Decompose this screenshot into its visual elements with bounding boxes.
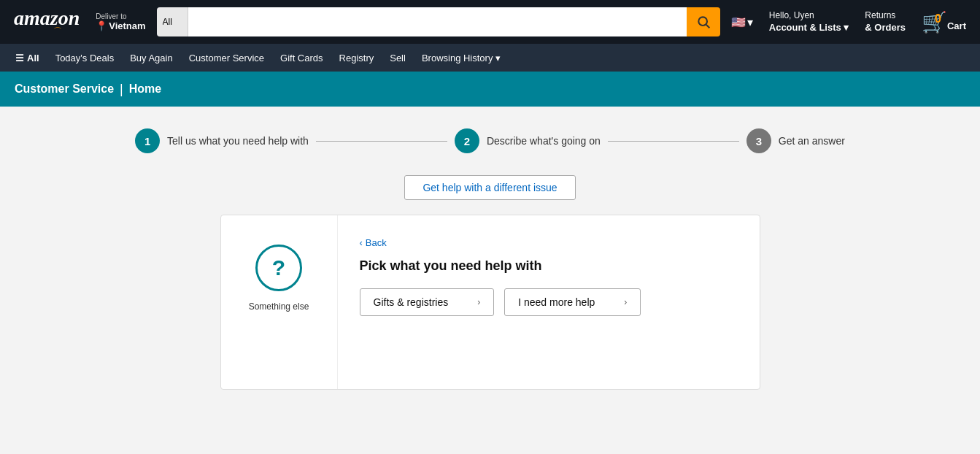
step-3: 3 Get an answer [746,128,845,153]
logo-text: amazon [14,7,80,30]
step-line-2 [608,141,739,142]
second-navigation: ☰ All Today's Deals Buy Again Customer S… [0,44,980,72]
search-bar: All [157,7,720,36]
nav-browsing-history[interactable]: Browsing History [415,49,507,67]
step-line-1 [316,141,447,142]
step-2-circle: 2 [455,128,479,153]
flag-selector[interactable]: 🇺🇸 ▾ [726,12,758,33]
logo-smile-icon: ⌒ [53,26,62,38]
step-2: 2 Describe what's going on [455,128,601,153]
back-link[interactable]: ‹ Back [360,237,738,248]
back-label: Back [366,237,387,248]
option-gifts-label: Gifts & registries [374,296,449,308]
nav-registry[interactable]: Registry [333,49,381,67]
option-need-more-help[interactable]: I need more help › [504,288,641,316]
breadcrumb: Customer Service | Home [0,72,980,107]
step-2-label: Describe what's going on [487,135,601,147]
returns-line1: Returns [865,9,906,22]
pin-icon: 📍 [96,20,107,31]
back-chevron-icon: ‹ [360,237,363,248]
search-category-select[interactable]: All [157,7,188,36]
help-card: ? Something else ‹ Back Pick what you ne… [220,215,760,390]
cart-label: Cart [947,20,966,31]
deliver-country: 📍 Vietnam [96,20,145,31]
account-menu[interactable]: Hello, Uyen Account & Lists ▾ [764,6,854,39]
cart-count-badge: 0 [935,12,941,26]
help-card-left: ? Something else [221,215,338,389]
all-label: All [27,53,39,64]
breadcrumb-home[interactable]: Home [129,82,161,96]
nav-sell[interactable]: Sell [383,49,412,67]
option-gifts-chevron: › [477,297,480,307]
pick-title: Pick what you need help with [360,258,738,274]
step-3-label: Get an answer [779,135,845,147]
option-more-help-label: I need more help [518,296,595,308]
returns-orders[interactable]: Returns & Orders [860,6,911,39]
search-icon [696,15,711,29]
flag-arrow: ▾ [747,15,753,29]
deliver-label: Deliver to [96,12,126,20]
option-more-help-chevron: › [624,297,627,307]
get-help-button[interactable]: Get help with a different issue [404,175,575,200]
top-navigation: amazon ⌒ Deliver to 📍 Vietnam All 🇺🇸 ▾ H… [0,0,980,44]
svg-line-1 [706,25,710,28]
account-label: Account & Lists ▾ [769,21,849,34]
breadcrumb-separator: | [120,82,123,97]
nav-customer-service[interactable]: Customer Service [182,49,271,67]
cart-button[interactable]: 0 🛒 Cart [917,7,971,38]
breadcrumb-customer-service[interactable]: Customer Service [15,82,114,96]
hamburger-icon: ☰ [15,53,24,64]
step-1-label: Tell us what you need help with [167,135,309,147]
account-hello: Hello, Uyen [769,9,849,22]
svg-point-0 [698,17,707,26]
step-3-circle: 3 [746,128,771,153]
hamburger-all[interactable]: ☰ All [9,49,46,67]
search-button[interactable] [687,7,720,36]
amazon-logo[interactable]: amazon ⌒ [9,3,85,42]
nav-todays-deals[interactable]: Today's Deals [49,49,121,67]
nav-buy-again[interactable]: Buy Again [123,49,180,67]
main-content: 1 Tell us what you need help with 2 Desc… [0,107,980,454]
step-1: 1 Tell us what you need help with [135,128,309,153]
returns-line2: & Orders [865,21,906,34]
deliver-to-area[interactable]: Deliver to 📍 Vietnam [90,9,150,35]
nav-gift-cards[interactable]: Gift Cards [274,49,330,67]
step-1-circle: 1 [135,128,160,153]
search-input[interactable] [188,7,687,36]
help-options: Gifts & registries › I need more help › [360,288,738,316]
help-card-right: ‹ Back Pick what you need help with Gift… [338,215,760,389]
question-icon: ? [255,245,302,291]
option-gifts-registries[interactable]: Gifts & registries › [360,288,495,316]
something-else-label: Something else [249,301,309,312]
flag-icon: 🇺🇸 [731,15,746,29]
steps-row: 1 Tell us what you need help with 2 Desc… [29,128,951,153]
